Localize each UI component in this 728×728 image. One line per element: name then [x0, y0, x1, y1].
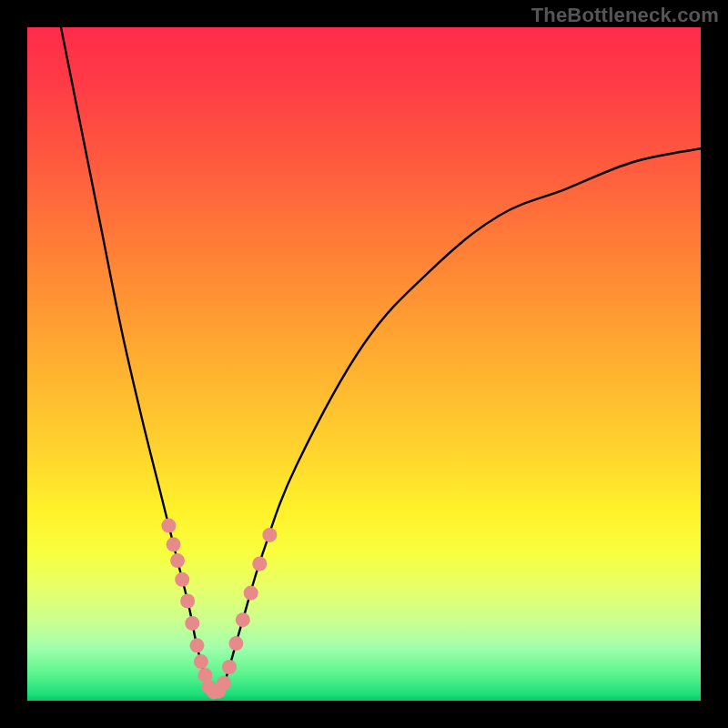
watermark-text: TheBottleneck.com [531, 4, 719, 27]
curve-marker [244, 586, 258, 601]
chart-frame: TheBottleneck.com [0, 0, 728, 728]
curve-marker [167, 537, 181, 551]
bottleneck-curve [61, 27, 701, 694]
curve-markers [161, 519, 277, 700]
curve-marker [252, 557, 267, 571]
curve-marker [222, 660, 237, 674]
curve-marker [161, 519, 176, 533]
curve-marker [236, 612, 250, 627]
curve-marker [170, 553, 185, 568]
plot-area [27, 27, 701, 701]
curve-marker [185, 616, 199, 631]
curve-marker [189, 638, 204, 652]
chart-svg [27, 27, 701, 701]
curve-marker [262, 528, 277, 542]
curve-marker [217, 676, 231, 691]
curve-marker [228, 636, 243, 651]
curve-marker [180, 593, 195, 608]
curve-marker [175, 572, 189, 587]
curve-marker [194, 654, 208, 669]
